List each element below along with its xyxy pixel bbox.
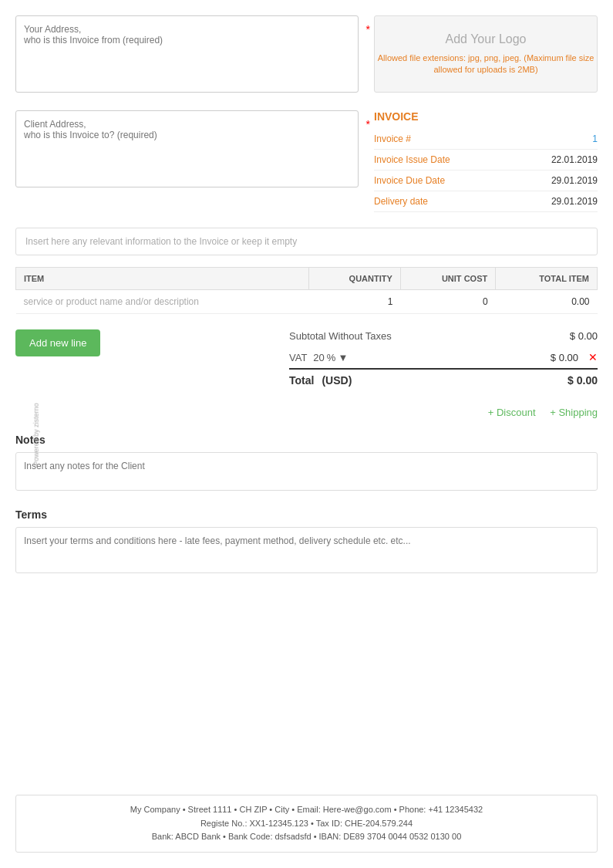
col-header-quantity: QUANTITY bbox=[309, 268, 401, 290]
subtotal-value: $ 0.00 bbox=[570, 330, 598, 342]
table-row: service or product name and/or descripti… bbox=[16, 290, 598, 314]
invoice-row-delivery: Delivery date 29.01.2019 bbox=[374, 191, 598, 212]
total-value: $ 0.00 bbox=[568, 374, 598, 387]
col-header-unit-cost: UNIT COST bbox=[400, 268, 495, 290]
invoice-row-issue: Invoice Issue Date 22.01.2019 bbox=[374, 150, 598, 171]
vat-percent-value[interactable]: 20 bbox=[313, 352, 324, 363]
top-section: * Add Your Logo Allowed file extensions:… bbox=[15, 15, 598, 95]
total-currency: (USD) bbox=[322, 374, 352, 387]
client-address-input[interactable] bbox=[15, 110, 359, 187]
client-address-block: * bbox=[15, 110, 359, 212]
vat-label: VAT bbox=[289, 352, 307, 363]
bottom-section: Add new line Subtotal Without Taxes $ 0.… bbox=[15, 326, 598, 391]
discount-shipping-section: + Discount + Shipping bbox=[15, 403, 598, 422]
notes-section: Notes bbox=[15, 434, 598, 493]
from-address-required: * bbox=[366, 23, 370, 35]
vat-value: $ 0.00 bbox=[551, 352, 578, 363]
item-description[interactable]: service or product name and/or descripti… bbox=[16, 290, 309, 314]
logo-block[interactable]: Add Your Logo Allowed file extensions: j… bbox=[374, 15, 598, 93]
invoice-issue-label: Invoice Issue Date bbox=[374, 154, 450, 165]
subtotal-label: Subtotal Without Taxes bbox=[289, 330, 392, 342]
powered-by-label: Powered by zisterno bbox=[32, 403, 40, 466]
invoice-delivery-label: Delivery date bbox=[374, 196, 428, 207]
terms-label: Terms bbox=[15, 508, 598, 521]
terms-section: Terms bbox=[15, 508, 598, 576]
vat-delete-icon[interactable]: ✕ bbox=[588, 351, 598, 363]
item-quantity[interactable]: 1 bbox=[309, 290, 401, 314]
col-header-total: TOTAL ITEM bbox=[496, 268, 598, 290]
invoice-details: INVOICE Invoice # 1 Invoice Issue Date 2… bbox=[374, 110, 598, 212]
terms-input[interactable] bbox=[15, 527, 598, 573]
invoice-number-label: Invoice # bbox=[374, 133, 411, 144]
subtotal-row: Subtotal Without Taxes $ 0.00 bbox=[289, 326, 598, 346]
add-new-line-button[interactable]: Add new line bbox=[15, 329, 100, 356]
logo-title: Add Your Logo bbox=[446, 32, 527, 46]
invoice-row-number: Invoice # 1 bbox=[374, 129, 598, 150]
info-bar[interactable]: Insert here any relevant information to … bbox=[15, 228, 598, 255]
from-address-input[interactable] bbox=[15, 15, 359, 93]
notes-label: Notes bbox=[15, 434, 598, 446]
client-section: * INVOICE Invoice # 1 Invoice Issue Date… bbox=[15, 110, 598, 212]
total-row: Total (USD) $ 0.00 bbox=[289, 368, 598, 391]
invoice-due-value[interactable]: 29.01.2019 bbox=[551, 175, 598, 186]
discount-link[interactable]: + Discount bbox=[488, 407, 536, 418]
notes-input[interactable] bbox=[15, 452, 598, 491]
invoice-issue-value[interactable]: 22.01.2019 bbox=[551, 154, 598, 165]
client-address-required: * bbox=[366, 118, 370, 130]
footer: My Company • Street 1111 • CH ZIP • City… bbox=[15, 795, 598, 853]
logo-subtitle: Allowed file extensions: jpg, png, jpeg.… bbox=[375, 52, 597, 76]
item-unit-cost[interactable]: 0 bbox=[400, 290, 495, 314]
invoice-due-label: Invoice Due Date bbox=[374, 175, 445, 186]
invoice-number-value[interactable]: 1 bbox=[592, 133, 598, 144]
col-header-item: ITEM bbox=[16, 268, 309, 290]
info-bar-text: Insert here any relevant information to … bbox=[25, 236, 297, 247]
invoice-delivery-value[interactable]: 29.01.2019 bbox=[551, 196, 598, 207]
vat-symbol: % bbox=[327, 352, 336, 363]
from-address-block: * bbox=[15, 15, 359, 95]
invoice-row-due: Invoice Due Date 29.01.2019 bbox=[374, 171, 598, 191]
footer-line2: Registe No.: XX1-12345.123 • Tax ID: CHE… bbox=[24, 817, 589, 831]
shipping-link[interactable]: + Shipping bbox=[550, 407, 598, 418]
vat-row: VAT 20 % ▼ $ 0.00 ✕ bbox=[289, 346, 598, 368]
item-total: 0.00 bbox=[496, 290, 598, 314]
vat-dropdown-icon[interactable]: ▼ bbox=[338, 352, 348, 363]
invoice-label: INVOICE bbox=[374, 110, 598, 123]
vat-percent-display: 20 % ▼ bbox=[313, 352, 348, 363]
total-label: Total bbox=[289, 374, 314, 387]
footer-line3: Bank: ABCD Bank • Bank Code: dsfsadsfd •… bbox=[24, 830, 589, 844]
footer-line1: My Company • Street 1111 • CH ZIP • City… bbox=[24, 803, 589, 817]
totals-section: Subtotal Without Taxes $ 0.00 VAT 20 % ▼… bbox=[289, 326, 598, 391]
items-table: ITEM QUANTITY UNIT COST TOTAL ITEM servi… bbox=[15, 267, 598, 314]
